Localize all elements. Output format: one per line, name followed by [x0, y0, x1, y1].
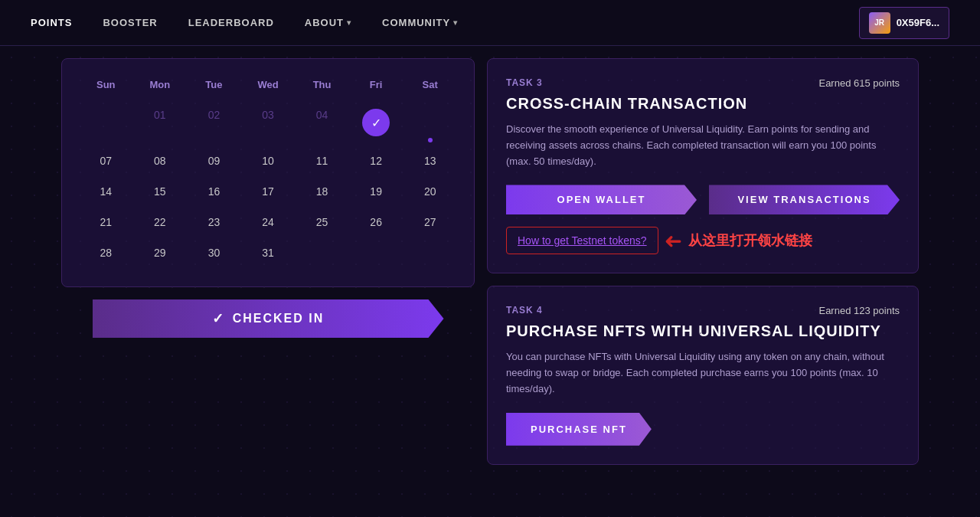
nav-item-points[interactable]: POINTS [31, 17, 72, 28]
calendar-cell [79, 101, 133, 144]
day-header-tue: Tue [187, 76, 241, 93]
task3-card: TASK 3 Earned 615 points CROSS-CHAIN TRA… [487, 58, 919, 273]
calendar-cell: 30 [187, 239, 241, 267]
calendar-cell [349, 239, 403, 267]
day-header-thu: Thu [295, 76, 349, 93]
calendar-card: Sun Mon Tue Wed Thu Fri Sat 01 02 [61, 58, 475, 287]
task4-card: TASK 4 Earned 123 points PURCHASE NFTS W… [487, 286, 919, 464]
open-wallet-button[interactable]: OPEN WALLET [506, 185, 697, 214]
day-header-sun: Sun [79, 76, 133, 93]
checked-in-wrapper: ✓ CHECKED IN [61, 299, 475, 338]
testnet-link[interactable]: How to get Testnet tokens? [518, 234, 647, 247]
calendar-week-2: 07 08 09 10 11 12 13 [79, 147, 457, 175]
calendar-cell: 13 [403, 147, 457, 175]
day-header-sat: Sat [403, 76, 457, 93]
calendar-cell: 27 [403, 208, 457, 236]
calendar-cell-checked: ✓ [349, 101, 403, 144]
calendar-cell: 03 [241, 101, 296, 144]
calendar-cell: 14 [79, 178, 133, 205]
calendar-cell: 28 [79, 239, 133, 267]
testnet-link-box: How to get Testnet tokens? [506, 227, 658, 254]
nav-links: POINTS BOOSTER LEADERBOARD ABOUT ▾ COMMU… [31, 17, 458, 28]
calendar-cell: 11 [295, 147, 349, 175]
task4-points: Earned 123 points [818, 305, 900, 316]
calendar-cell: 08 [133, 147, 188, 175]
check-icon: ✓ [212, 310, 225, 327]
task3-points: Earned 615 points [818, 77, 900, 89]
checked-in-button[interactable]: ✓ CHECKED IN [93, 299, 444, 338]
calendar-week-5: 28 29 30 31 [79, 239, 457, 267]
calendar-cell: 02 [187, 101, 241, 144]
calendar-cell: 20 [403, 178, 457, 205]
nav-item-about[interactable]: ABOUT ▾ [305, 17, 351, 28]
nav-item-booster[interactable]: BOOSTER [103, 17, 157, 28]
calendar-cell: 01 [133, 101, 188, 144]
task3-buttons: OPEN WALLET VIEW TRANSACTIONS [506, 185, 900, 214]
calendar-cell [295, 239, 349, 267]
calendar-cell: 31 [241, 239, 296, 267]
calendar-cell: 10 [241, 147, 296, 175]
wallet-button[interactable]: JR 0X59F6... [859, 7, 949, 39]
task4-number: TASK 4 [506, 305, 543, 316]
calendar-cell: 21 [79, 208, 133, 236]
arrow-icon: ➜ [665, 228, 682, 254]
task3-header: TASK 3 Earned 615 points [506, 77, 900, 89]
calendar-week-3: 14 15 16 17 18 19 20 [79, 178, 457, 205]
day-header-fri: Fri [349, 76, 403, 93]
task4-header: TASK 4 Earned 123 points [506, 305, 900, 316]
calendar-header: Sun Mon Tue Wed Thu Fri Sat [79, 76, 457, 93]
wallet-address: 0X59F6... [897, 17, 939, 28]
annotation-wrapper: How to get Testnet tokens? ➜ 从这里打开领水链接 [506, 227, 900, 254]
checked-in-label: CHECKED IN [233, 312, 325, 326]
calendar-cell: 22 [133, 208, 188, 236]
nav-item-leaderboard[interactable]: LEADERBOARD [188, 17, 274, 28]
calendar-week-1: 01 02 03 04 ✓ [79, 101, 457, 144]
chevron-down-icon: ▾ [347, 18, 351, 27]
nav-item-community[interactable]: COMMUNITY ▾ [382, 17, 458, 28]
calendar-week-4: 21 22 23 24 25 26 27 [79, 208, 457, 236]
day-header-wed: Wed [241, 76, 296, 93]
left-panel: Sun Mon Tue Wed Thu Fri Sat 01 02 [61, 58, 475, 505]
calendar-cell: 18 [295, 178, 349, 205]
task4-description: You can purchase NFTs with Universal Liq… [506, 349, 900, 397]
calendar-cell: 26 [349, 208, 403, 236]
wallet-icon: JR [869, 12, 890, 34]
view-transactions-button[interactable]: VIEW TRANSACTIONS [709, 185, 900, 214]
calendar-cell: 23 [187, 208, 241, 236]
navbar: POINTS BOOSTER LEADERBOARD ABOUT ▾ COMMU… [0, 0, 980, 46]
right-panel: TASK 3 Earned 615 points CROSS-CHAIN TRA… [487, 58, 919, 505]
chevron-down-icon: ▾ [453, 18, 458, 27]
task3-title: CROSS-CHAIN TRANSACTION [506, 95, 900, 113]
calendar-cell: 24 [241, 208, 296, 236]
task4-title: PURCHASE NFTS WITH UNIVERSAL LIQUIDITY [506, 322, 900, 340]
annotation-text: 从这里打开领水链接 [688, 231, 812, 250]
dot-indicator [428, 138, 433, 142]
calendar-cell: 12 [349, 147, 403, 175]
calendar-cell: 17 [241, 178, 296, 205]
purchase-nft-button[interactable]: PURCHASE NFT [506, 413, 652, 446]
calendar-grid: Sun Mon Tue Wed Thu Fri Sat 01 02 [77, 74, 459, 271]
calendar-cell: 09 [187, 147, 241, 175]
calendar-cell: 15 [133, 178, 188, 205]
calendar-cell: 16 [187, 178, 241, 205]
calendar-cell: 29 [133, 239, 188, 267]
task3-description: Discover the smooth experience of Univer… [506, 122, 900, 169]
calendar-cell: 07 [79, 147, 133, 175]
check-circle: ✓ [362, 109, 390, 136]
calendar-cell: 25 [295, 208, 349, 236]
calendar-cell [403, 239, 457, 267]
main-content: Sun Mon Tue Wed Thu Fri Sat 01 02 [0, 46, 980, 517]
calendar-cell: 04 [295, 101, 349, 144]
calendar-cell: 19 [349, 178, 403, 205]
calendar-cell [403, 101, 457, 144]
task3-number: TASK 3 [506, 77, 543, 88]
day-header-mon: Mon [133, 76, 188, 93]
